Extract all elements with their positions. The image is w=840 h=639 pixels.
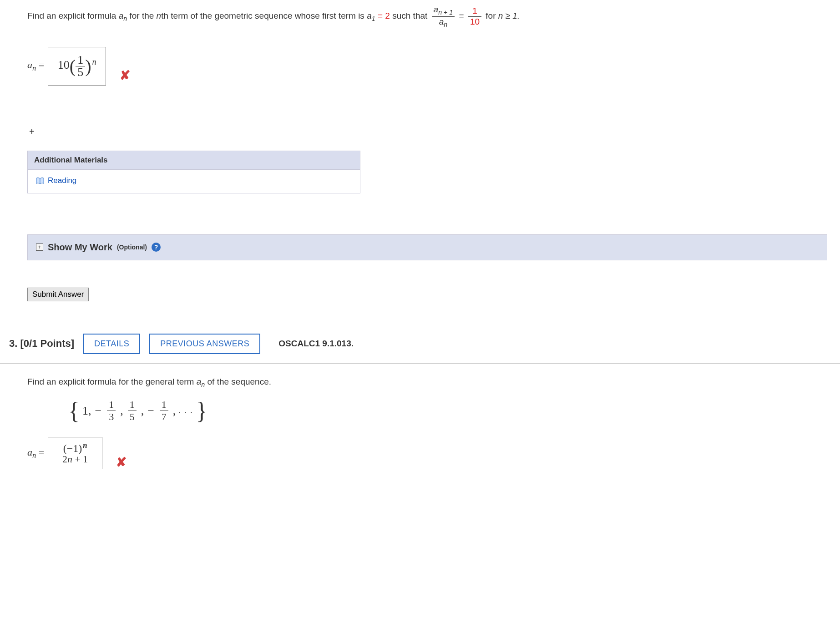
var-a: a <box>27 446 32 458</box>
var-a: a <box>439 17 444 26</box>
den: 3 <box>107 411 116 423</box>
answer-fraction: (−1)n 2n + 1 <box>61 442 90 464</box>
text: for the <box>129 11 156 20</box>
previous-answers-button[interactable]: PREVIOUS ANSWERS <box>149 334 260 354</box>
reading-label: Reading <box>48 176 76 185</box>
coef: 10 <box>58 58 70 71</box>
question-prompt: Find an explicit formula an for the nth … <box>27 5 813 29</box>
num: 1 <box>107 399 116 411</box>
answer-fraction: 1 5 <box>76 54 85 78</box>
sub-n: n <box>32 451 36 460</box>
answer-input[interactable]: 10( 1 5 )n <box>48 47 106 86</box>
ratio-fraction: an + 1 an <box>432 5 455 29</box>
incorrect-icon: ✘ <box>120 68 130 83</box>
sub-1: 1 <box>372 15 375 22</box>
text: Find an explicit formula for the general… <box>27 377 197 386</box>
var-a: a <box>367 11 372 20</box>
num: 3. <box>9 338 17 349</box>
sub-n: n <box>201 381 205 388</box>
points: [0/1 Points] <box>20 338 74 349</box>
question-prompt: Find an explicit formula for the general… <box>27 375 813 390</box>
num: 1 <box>76 54 85 66</box>
answer-input[interactable]: (−1)n 2n + 1 <box>48 437 102 469</box>
n-condition: n ≥ 1. <box>498 11 520 20</box>
text: for <box>486 11 498 20</box>
additional-materials: Additional Materials Reading <box>27 151 360 193</box>
exp-n: n <box>82 441 87 450</box>
num: 1 <box>160 399 168 411</box>
var-a: a <box>119 11 124 20</box>
plus1: + 1 <box>72 453 88 465</box>
var-n: n <box>157 11 162 20</box>
den: 7 <box>160 411 168 423</box>
var-a: a <box>434 5 439 14</box>
a1-value: = 2 <box>378 11 390 20</box>
source-label: OSCALC1 9.1.013. <box>278 339 354 349</box>
materials-header: Additional Materials <box>28 151 360 170</box>
exp-n: n <box>91 57 96 66</box>
den: 5 <box>76 66 85 78</box>
den: 10 <box>468 17 481 27</box>
num: 1 <box>468 6 481 17</box>
submit-button[interactable]: Submit Answer <box>27 288 89 301</box>
var-a: a <box>27 59 32 71</box>
tutorial-link[interactable]: + <box>27 127 813 137</box>
sub-nplus1: n + 1 <box>438 9 453 16</box>
optional-label: (Optional) <box>117 243 147 251</box>
coef2: 2 <box>62 453 67 465</box>
base: (−1) <box>63 442 82 454</box>
sequence-display: { 1, − 13, 15, − 17, . . . } <box>68 399 813 423</box>
question-number: 3. [0/1 Points] <box>9 338 74 350</box>
sub-n: n <box>444 21 447 28</box>
den: 5 <box>128 411 137 423</box>
term3: 15 <box>128 399 137 423</box>
reading-link[interactable]: Reading <box>36 176 76 185</box>
incorrect-icon: ✘ <box>116 455 127 470</box>
var-n: n <box>67 453 72 465</box>
dots: . . . <box>178 406 193 416</box>
sub-n: n <box>123 15 127 22</box>
num: 1 <box>128 399 137 411</box>
eq-sign: = <box>459 11 466 20</box>
text: th term of the geometric sequence whose … <box>161 11 367 20</box>
var-a: a <box>197 377 202 386</box>
question-header: 3. [0/1 Points] DETAILS PREVIOUS ANSWERS… <box>9 322 813 363</box>
help-icon[interactable]: ? <box>152 243 161 252</box>
sub-n: n <box>32 64 36 72</box>
eq-sign: = <box>36 446 44 458</box>
answer-lhs: an = <box>27 446 44 460</box>
term2: 13 <box>107 399 116 423</box>
ratio-value: 1 10 <box>468 6 481 27</box>
term1: 1, <box>82 404 91 418</box>
text: of the sequence. <box>207 377 272 386</box>
show-my-work-panel[interactable]: + Show My Work (Optional) ? <box>27 234 827 260</box>
book-icon <box>36 178 44 184</box>
text: Find an explicit formula <box>27 11 119 20</box>
details-button[interactable]: DETAILS <box>83 334 140 354</box>
text: such that <box>392 11 430 20</box>
eq-sign: = <box>36 59 44 71</box>
answer-lhs: an = <box>27 59 44 73</box>
show-work-label: Show My Work <box>48 242 112 253</box>
expand-icon: + <box>36 243 43 251</box>
term4: 17 <box>160 399 168 423</box>
